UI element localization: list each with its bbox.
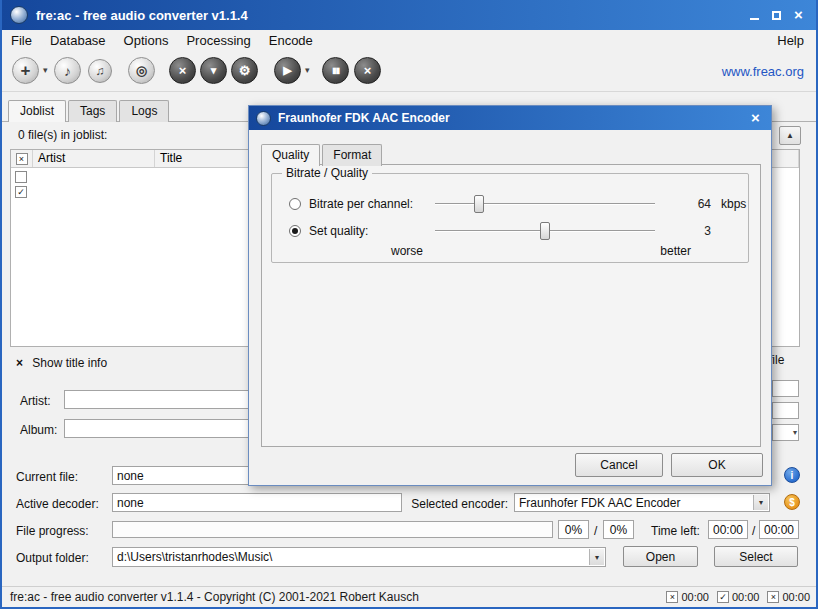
total-percent-value: 0% [603, 520, 634, 539]
stop-encoding-icon[interactable]: × [354, 57, 381, 84]
dialog-app-icon [256, 111, 271, 126]
output-folder-label: Output folder: [16, 551, 89, 565]
menu-options[interactable]: Options [115, 33, 178, 48]
select-all-checkbox[interactable]: × [16, 153, 28, 165]
track-time-value: 00:00 [708, 520, 748, 539]
cddb-submit-icon[interactable]: ▾ [200, 57, 227, 84]
bitrate-radio-label[interactable]: Bitrate per channel: [309, 197, 413, 211]
titlebar: fre:ac - free audio converter v1.1.4 [2, 0, 816, 30]
tab-tags[interactable]: Tags [68, 100, 117, 122]
time-separator: / [752, 524, 755, 538]
encoder-config-dialog: Fraunhofer FDK AAC Encoder Quality Forma… [248, 105, 772, 486]
menu-help[interactable]: Help [768, 33, 816, 48]
find-files-icon[interactable]: ♫ [88, 59, 112, 83]
remove-all-icon[interactable]: × [169, 57, 196, 84]
selected-encoder-label: Selected encoder: [402, 497, 508, 511]
selected-encoder-value: Fraunhofer FDK AAC Encoder [519, 496, 680, 510]
show-title-info-toggle[interactable]: Show title info [16, 356, 107, 370]
dialog-title: Fraunhofer FDK AAC Encoder [278, 111, 450, 125]
file-progress-bar [112, 521, 553, 538]
maximize-button[interactable] [769, 7, 784, 23]
chevron-down-icon[interactable] [589, 549, 604, 565]
status-time-1: × 00:00 [666, 591, 709, 603]
track-percent-value: 0% [558, 520, 589, 539]
column-header-artist[interactable]: Artist [33, 150, 155, 167]
current-file-label: Current file: [16, 470, 78, 484]
maximize-icon [772, 11, 781, 20]
status-time-value-2: 00:00 [732, 591, 760, 603]
album-label: Album: [20, 423, 57, 437]
open-button[interactable]: Open [623, 546, 698, 567]
start-encoding-icon[interactable]: ▶ [274, 57, 301, 84]
chevron-down-icon[interactable] [753, 495, 768, 510]
output-folder-value: d:\Users\tristanrhodes\Music\ [117, 550, 272, 564]
bitrate-radio[interactable] [289, 198, 301, 210]
close-icon [794, 6, 803, 24]
dialog-titlebar[interactable]: Fraunhofer FDK AAC Encoder [249, 106, 771, 130]
genre-field-fragment[interactable] [772, 424, 799, 441]
dialog-tabs: Quality Format [261, 144, 384, 166]
tab-joblist[interactable]: Joblist [8, 100, 66, 122]
menu-encode[interactable]: Encode [260, 33, 322, 48]
eject-button[interactable]: ▲ [779, 126, 801, 145]
scale-worse-label: worse [391, 244, 423, 258]
bitrate-slider-thumb[interactable] [474, 195, 484, 213]
status-time-value-3: 00:00 [782, 591, 810, 603]
quality-radio[interactable] [289, 225, 301, 237]
statusbar-text: fre:ac - free audio converter v1.1.4 - C… [10, 590, 419, 604]
window-controls [747, 7, 816, 23]
start-encoding-dropdown-icon[interactable] [305, 65, 310, 75]
settings-icon[interactable]: ⚙ [231, 57, 258, 84]
percent-separator: / [594, 524, 597, 538]
track-field-fragment[interactable] [772, 380, 799, 397]
joblist-count-label: 0 file(s) in joblist: [18, 128, 107, 142]
add-cd-icon[interactable]: ♪ [54, 57, 81, 84]
cancel-button[interactable]: Cancel [575, 453, 663, 477]
collapse-icon [16, 356, 23, 370]
statusbar-times: × 00:00 ✓ 00:00 × 00:00 [666, 591, 810, 603]
quality-radio-label[interactable]: Set quality: [309, 224, 368, 238]
info-icon[interactable]: i [784, 467, 800, 483]
menu-processing[interactable]: Processing [177, 33, 259, 48]
toggle-selection-checkbox[interactable]: ✓ [15, 186, 27, 198]
select-column-header[interactable]: × [11, 150, 33, 167]
status-time-2: ✓ 00:00 [717, 591, 760, 603]
pause-encoding-icon[interactable]: ▮▮ [322, 57, 349, 84]
close-button[interactable] [791, 7, 806, 23]
total-time-value: 00:00 [759, 520, 799, 539]
dialog-tab-format[interactable]: Format [322, 144, 382, 166]
quality-slider[interactable] [435, 222, 655, 240]
menu-file[interactable]: File [2, 33, 41, 48]
dialog-tab-quality[interactable]: Quality [261, 144, 320, 166]
cddb-query-icon[interactable]: ◎ [128, 57, 155, 84]
ok-button[interactable]: OK [671, 453, 763, 477]
add-files-dropdown-icon[interactable] [43, 65, 48, 75]
quality-slider-thumb[interactable] [540, 222, 550, 240]
show-title-info-label: Show title info [32, 356, 107, 370]
status-time-icon-3: × [767, 591, 779, 603]
menubar: File Database Options Processing Encode … [2, 30, 816, 50]
chevron-down-icon [793, 428, 797, 437]
year-field-fragment[interactable] [772, 402, 799, 419]
eject-icon: ▲ [786, 131, 794, 140]
statusbar: fre:ac - free audio converter v1.1.4 - C… [2, 586, 816, 607]
main-tabs: Joblist Tags Logs [8, 100, 171, 122]
selected-encoder-dropdown[interactable]: Fraunhofer FDK AAC Encoder [514, 493, 770, 512]
tab-logs[interactable]: Logs [119, 100, 169, 122]
add-files-icon[interactable]: + [12, 57, 39, 84]
minimize-icon [750, 10, 759, 20]
app-logo-icon [10, 6, 28, 24]
select-none-checkbox[interactable] [15, 171, 27, 183]
donate-icon[interactable]: $ [784, 494, 800, 510]
website-link[interactable]: www.freac.org [722, 64, 804, 79]
bitrate-slider[interactable] [435, 195, 655, 213]
dialog-close-button[interactable] [747, 111, 764, 126]
bitrate-unit: kbps [721, 197, 746, 211]
output-folder-dropdown[interactable]: d:\Users\tristanrhodes\Music\ [112, 547, 606, 567]
active-decoder-label: Active decoder: [16, 497, 99, 511]
select-button[interactable]: Select [714, 546, 798, 567]
group-title: Bitrate / Quality [282, 166, 372, 180]
minimize-button[interactable] [747, 7, 762, 23]
status-time-icon-2: ✓ [717, 591, 729, 603]
menu-database[interactable]: Database [41, 33, 115, 48]
